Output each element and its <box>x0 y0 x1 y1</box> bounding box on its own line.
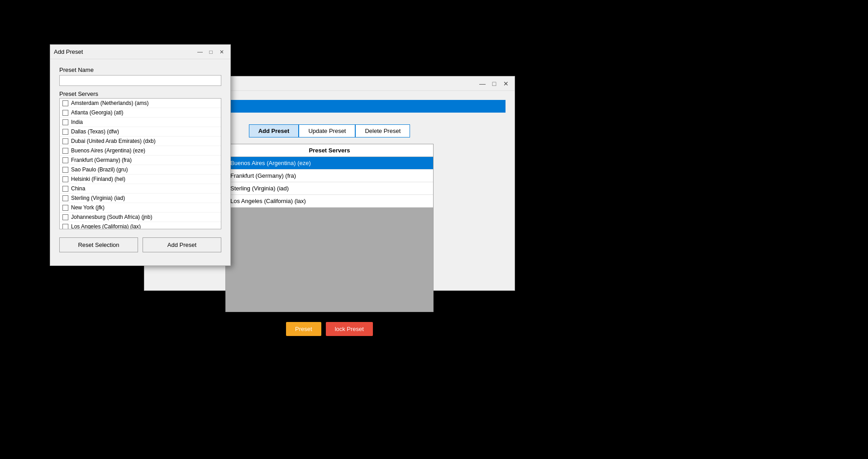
bg-minimize-button[interactable]: — <box>477 79 487 89</box>
add-preset-dialog: Add Preset — □ ✕ Preset Name Preset Serv… <box>50 44 231 266</box>
list-item-lax[interactable]: Los Angeles (California) (lax) <box>60 222 221 229</box>
server-name-ams: Amsterdam (Netherlands) (ams) <box>71 100 148 106</box>
list-item-dfw[interactable]: Dallas (Texas) (dfw) <box>60 127 221 137</box>
fg-servers-list[interactable]: Amsterdam (Netherlands) (ams) Atlanta (G… <box>59 98 221 229</box>
checkbox-dxb[interactable] <box>62 138 68 144</box>
bg-bottom-row: Preset lock Preset <box>286 322 373 336</box>
update-preset-button[interactable]: Update Preset <box>299 124 355 137</box>
server-name-gru: Sao Paulo (Brazil) (gru) <box>71 166 128 173</box>
checkbox-gru[interactable] <box>62 167 68 173</box>
server-name-dfw: Dallas (Texas) (dfw) <box>71 128 119 135</box>
checkbox-atl[interactable] <box>62 110 68 116</box>
server-name-hel: Helsinki (Finland) (hel) <box>71 176 125 182</box>
preset-name-section: Preset Name <box>59 66 221 86</box>
checkbox-dfw[interactable] <box>62 129 68 135</box>
checkbox-jnb[interactable] <box>62 214 68 220</box>
checkbox-eze[interactable] <box>62 148 68 154</box>
fg-servers-label: Preset Servers <box>59 90 221 97</box>
server-name-dxb: Dubai (United Arab Emirates) (dxb) <box>71 138 156 144</box>
list-item-atl[interactable]: Atlanta (Georgia) (atl) <box>60 108 221 118</box>
preset-server-item-iad[interactable]: Sterling (Virginia) (iad) <box>226 182 433 195</box>
list-item-gru[interactable]: Sao Paulo (Brazil) (gru) <box>60 165 221 175</box>
preset-btn-row: Add Preset Update Preset Delete Preset <box>249 124 410 137</box>
fg-actions: Reset Selection Add Preset <box>59 237 221 252</box>
preset-server-item-fra[interactable]: Frankfurt (Germany) (fra) <box>226 170 433 182</box>
checkbox-jfk[interactable] <box>62 205 68 211</box>
checkbox-hel[interactable] <box>62 176 68 182</box>
preset-name-label: Preset Name <box>59 66 221 73</box>
list-item-hel[interactable]: Helsinki (Finland) (hel) <box>60 175 221 184</box>
server-name-lax: Los Angeles (California) (lax) <box>71 223 141 229</box>
fg-dialog-title: Add Preset <box>54 48 83 55</box>
add-preset-button[interactable]: Add Preset <box>249 124 299 137</box>
fg-titlebar: Add Preset — □ ✕ <box>50 45 230 59</box>
checkbox-fra[interactable] <box>62 157 68 163</box>
server-name-jnb: Johannesburg (South Africa) (jnb) <box>71 214 152 220</box>
bg-maximize-button[interactable]: □ <box>489 79 499 89</box>
server-name-fra: Frankfurt (Germany) (fra) <box>71 157 132 163</box>
fg-servers-wrapper: Amsterdam (Netherlands) (ams) Atlanta (G… <box>59 98 221 229</box>
edit-preset-button[interactable]: Preset <box>286 322 321 336</box>
server-name-eze: Buenos Aires (Argentina) (eze) <box>71 147 145 154</box>
fg-controls: — □ ✕ <box>195 47 227 57</box>
list-item-ams[interactable]: Amsterdam (Netherlands) (ams) <box>60 99 221 108</box>
server-name-atl: Atlanta (Georgia) (atl) <box>71 109 123 116</box>
checkbox-iad[interactable] <box>62 195 68 201</box>
server-name-iad: Sterling (Virginia) (iad) <box>71 195 125 201</box>
preset-servers-header: Preset Servers <box>226 144 433 157</box>
checkbox-lax[interactable] <box>62 224 68 230</box>
checkbox-china[interactable] <box>62 186 68 192</box>
checkbox-ams[interactable] <box>62 100 68 106</box>
fg-add-preset-button[interactable]: Add Preset <box>143 237 221 252</box>
list-item-jfk[interactable]: New York (jfk) <box>60 203 221 213</box>
list-item-fra[interactable]: Frankfurt (Germany) (fra) <box>60 156 221 165</box>
delete-preset-button[interactable]: Delete Preset <box>355 124 410 137</box>
fg-minimize-button[interactable]: — <box>195 47 205 57</box>
list-item-china[interactable]: China <box>60 184 221 194</box>
lock-preset-button[interactable]: lock Preset <box>326 322 373 336</box>
server-name-india: India <box>71 119 83 125</box>
bg-window-controls: — □ ✕ <box>477 79 511 89</box>
list-item-india[interactable]: India <box>60 118 221 127</box>
preset-servers-list: Buenos Aires (Argentina) (eze) Frankfurt… <box>226 157 433 312</box>
fg-maximize-button[interactable]: □ <box>206 47 216 57</box>
preset-name-input[interactable] <box>59 75 221 86</box>
server-name-china: China <box>71 185 85 192</box>
preset-servers-section: Preset Servers Amsterdam (Netherlands) (… <box>59 90 221 229</box>
checkbox-india[interactable] <box>62 119 68 125</box>
list-item-jnb[interactable]: Johannesburg (South Africa) (jnb) <box>60 213 221 222</box>
server-name-jfk: New York (jfk) <box>71 204 105 211</box>
reset-selection-button[interactable]: Reset Selection <box>59 237 138 252</box>
list-item-eze[interactable]: Buenos Aires (Argentina) (eze) <box>60 146 221 156</box>
list-item-iad[interactable]: Sterling (Virginia) (iad) <box>60 194 221 203</box>
list-item-dxb[interactable]: Dubai (United Arab Emirates) (dxb) <box>60 137 221 146</box>
preset-servers-empty <box>226 208 433 312</box>
preset-server-item-eze[interactable]: Buenos Aires (Argentina) (eze) <box>226 157 433 170</box>
fg-close-button[interactable]: ✕ <box>217 47 227 57</box>
preset-server-item-lax[interactable]: Los Angeles (California) (lax) <box>226 195 433 208</box>
fg-body: Preset Name Preset Servers Amsterdam (Ne… <box>50 59 230 260</box>
preset-servers-panel: Preset Servers Buenos Aires (Argentina) … <box>225 144 434 312</box>
bg-close-button[interactable]: ✕ <box>501 79 511 89</box>
